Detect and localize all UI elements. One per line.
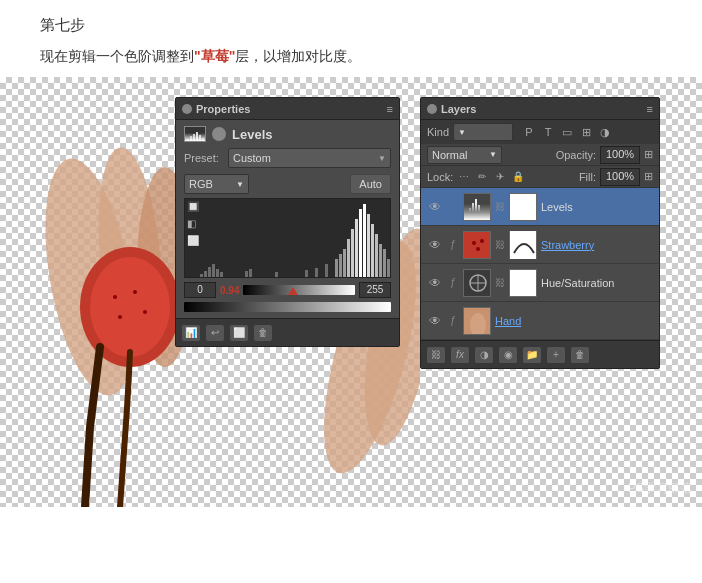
hue-sat-mask-link-icon: ⛓ <box>495 275 505 291</box>
levels-mask-link-icon: ⛓ <box>495 199 505 215</box>
eye-icon-strawberry[interactable]: 👁 <box>427 237 443 253</box>
layers-toolbar-mask-icon[interactable]: ◑ <box>475 347 493 363</box>
layer-thumb-strawberry <box>463 231 491 259</box>
properties-panel: Properties ≡ <box>175 97 400 347</box>
svg-point-55 <box>480 239 484 243</box>
strawberry-mask-link-icon: ⛓ <box>495 237 505 253</box>
svg-point-6 <box>113 295 117 299</box>
layers-toolbar-delete-icon[interactable]: 🗑 <box>571 347 589 363</box>
fill-stepper-icon[interactable]: ⊞ <box>644 170 653 183</box>
channel-arrow-icon: ▼ <box>236 180 244 189</box>
kind-dropdown[interactable]: ▼ <box>453 123 513 141</box>
svg-point-5 <box>90 257 170 357</box>
svg-rect-47 <box>469 208 471 220</box>
toolbar-icon-4[interactable]: 🗑 <box>254 325 272 341</box>
svg-point-54 <box>472 241 476 245</box>
layers-toolbar-fx-icon[interactable]: fx <box>451 347 469 363</box>
fill-label: Fill: <box>579 171 596 183</box>
mask-curve-svg <box>510 231 536 259</box>
layers-toolbar-group-icon[interactable]: 📁 <box>523 347 541 363</box>
kind-adjustment-icon[interactable]: ◑ <box>597 124 613 140</box>
layer-row-strawberry[interactable]: 👁 ƒ ⛓ Strawberry <box>421 226 659 264</box>
svg-rect-28 <box>305 270 308 277</box>
panel-mode-icon <box>212 127 226 141</box>
svg-rect-44 <box>387 259 390 277</box>
page-container: 第七步 现在剪辑一个色阶调整到"草莓"层，以增加对比度。 <box>0 0 702 583</box>
svg-rect-27 <box>275 272 278 277</box>
blend-mode-dropdown[interactable]: Normal ▼ <box>427 146 502 164</box>
layer-row-hand[interactable]: 👁 ƒ Hand <box>421 302 659 340</box>
kind-text-icon[interactable]: T <box>540 124 556 140</box>
channel-dropdown[interactable]: RGB ▼ <box>184 174 249 194</box>
layer-row-hue-sat[interactable]: 👁 ƒ ⛓ Hue/Saturation <box>421 264 659 302</box>
kind-arrow-icon: ▼ <box>458 128 466 137</box>
watermark: PS学习部落 <box>628 480 692 497</box>
input-min-value[interactable]: 0 <box>184 282 216 298</box>
layer-row-levels[interactable]: 👁 ⛓ Levels <box>421 188 659 226</box>
output-levels-slider[interactable] <box>184 302 391 312</box>
layer-name-levels: Levels <box>541 201 653 213</box>
panel-close-button[interactable] <box>182 104 192 114</box>
properties-menu-icon[interactable]: ≡ <box>387 103 393 115</box>
layer-name-strawberry: Strawberry <box>541 239 653 251</box>
auto-button[interactable]: Auto <box>350 174 391 194</box>
svg-rect-25 <box>245 271 248 277</box>
kind-label: Kind <box>427 126 449 138</box>
layer-mask-hue-sat <box>509 269 537 297</box>
eye-icon-levels[interactable]: 👁 <box>427 199 443 215</box>
svg-rect-43 <box>383 249 386 277</box>
opacity-stepper-icon[interactable]: ⊞ <box>644 148 653 161</box>
svg-point-56 <box>476 247 480 251</box>
opacity-input[interactable]: 100% <box>600 146 640 164</box>
eye-icon-hue-sat[interactable]: 👁 <box>427 275 443 291</box>
desc-quote: "草莓" <box>194 48 235 64</box>
layer-mask-strawberry <box>509 231 537 259</box>
fill-input[interactable]: 100% <box>600 168 640 186</box>
lock-position-icon[interactable]: ⋯ <box>457 170 471 184</box>
hue-sat-thumb-svg <box>464 269 490 297</box>
eye-icon-hand[interactable]: 👁 <box>427 313 443 329</box>
input-max-value[interactable]: 255 <box>359 282 391 298</box>
lock-all-icon[interactable]: 🔒 <box>511 170 525 184</box>
preset-label: Preset: <box>184 152 222 164</box>
properties-section: Levels Preset: Custom ▼ RGB <box>176 120 399 318</box>
step-title: 第七步 <box>40 16 662 35</box>
toolbar-icon-1[interactable]: 📊 <box>182 325 200 341</box>
layers-toolbar-new-icon[interactable]: + <box>547 347 565 363</box>
layers-titlebar-left: Layers <box>427 103 476 115</box>
link-icon-hue-sat: ƒ <box>447 275 459 291</box>
svg-rect-39 <box>367 214 370 277</box>
layers-toolbar-link-icon[interactable]: ⛓ <box>427 347 445 363</box>
svg-rect-33 <box>343 249 346 277</box>
kind-smart-icon[interactable]: ⊞ <box>578 124 594 140</box>
input-levels-slider[interactable] <box>243 285 355 295</box>
toolbar-icon-2[interactable]: ↩ <box>206 325 224 341</box>
layer-name-hue-sat: Hue/Saturation <box>541 277 653 289</box>
preset-dropdown[interactable]: Custom ▼ <box>228 148 391 168</box>
kind-pixel-icon[interactable]: P <box>521 124 537 140</box>
kind-shape-icon[interactable]: ▭ <box>559 124 575 140</box>
preset-arrow-icon: ▼ <box>378 154 386 163</box>
layers-toolbar-adjust-icon[interactable]: ◉ <box>499 347 517 363</box>
eyedropper-white-icon[interactable]: ⬜ <box>187 235 201 249</box>
svg-rect-30 <box>325 264 328 277</box>
svg-rect-50 <box>478 205 480 220</box>
lock-move-icon[interactable]: ✈ <box>493 170 507 184</box>
toolbar-icon-3[interactable]: ⬜ <box>230 325 248 341</box>
lock-pixel-icon[interactable]: ✏ <box>475 170 489 184</box>
svg-rect-49 <box>475 199 477 220</box>
layers-close-button[interactable] <box>427 104 437 114</box>
eyedropper-gray-icon[interactable]: ◧ <box>187 218 201 232</box>
input-mid-value[interactable]: 0.94 <box>220 285 239 296</box>
svg-rect-34 <box>347 239 350 277</box>
svg-rect-19 <box>200 274 203 277</box>
desc-post: 层，以增加对比度。 <box>235 48 361 64</box>
svg-rect-31 <box>335 259 338 277</box>
channel-row: RGB ▼ Auto <box>184 174 391 194</box>
eyedropper-black-icon[interactable]: 🔲 <box>187 201 201 215</box>
svg-rect-40 <box>371 224 374 277</box>
slider-midpoint-indicator <box>288 287 298 295</box>
layers-menu-icon[interactable]: ≡ <box>647 103 653 115</box>
top-text-area: 第七步 现在剪辑一个色阶调整到"草莓"层，以增加对比度。 <box>0 0 702 77</box>
svg-rect-52 <box>484 215 486 220</box>
